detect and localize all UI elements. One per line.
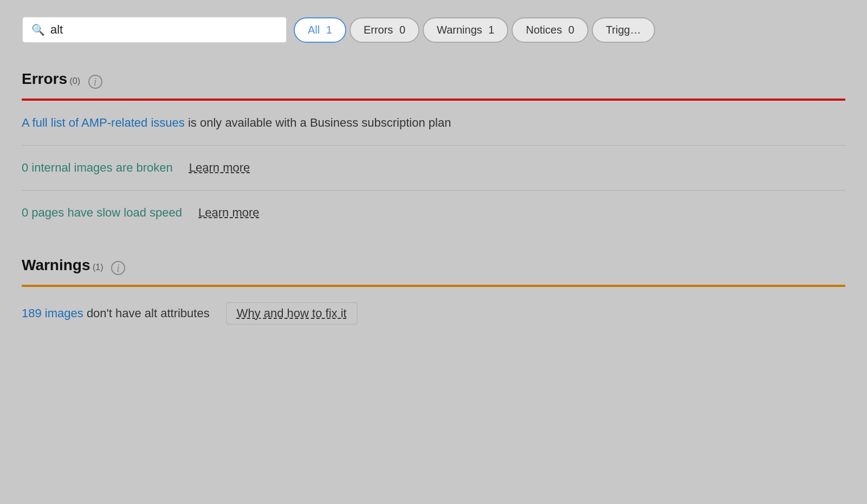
- page-container: 🔍 All 1 Errors 0 Warnings 1 Notices 0 T: [0, 0, 867, 356]
- slow-load-row: 0 pages have slow load speed Learn more: [22, 191, 845, 235]
- search-box: 🔍: [22, 16, 287, 43]
- image-count: 189 images: [22, 306, 83, 320]
- slow-load-text: 0 pages have slow load speed: [22, 206, 182, 220]
- tab-all[interactable]: All 1: [294, 17, 346, 43]
- search-icon: 🔍: [31, 23, 45, 36]
- tab-notices-label: Notices: [526, 24, 562, 36]
- tab-all-count: 1: [326, 24, 332, 36]
- filter-tabs: All 1 Errors 0 Warnings 1 Notices 0 Trig…: [294, 17, 655, 43]
- errors-title: Errors: [22, 70, 67, 87]
- amp-link[interactable]: A full list of AMP-related issues: [22, 116, 185, 129]
- warnings-title: Warnings: [22, 257, 90, 273]
- alt-attributes-row: 189 images don't have alt attributes Why…: [22, 287, 845, 340]
- why-fix-link[interactable]: Why and how to fix it: [226, 302, 358, 325]
- warnings-info-icon[interactable]: i: [111, 261, 125, 275]
- tab-triggers[interactable]: Trigg…: [592, 17, 655, 43]
- amp-row: A full list of AMP-related issues is onl…: [22, 101, 845, 145]
- warnings-section: Warnings (1) i 189 images don't have alt…: [22, 251, 845, 340]
- slow-load-learn-more[interactable]: Learn more: [198, 206, 260, 220]
- internal-images-learn-more[interactable]: Learn more: [189, 161, 250, 175]
- tab-all-label: All: [308, 24, 320, 36]
- warnings-count: (1): [93, 263, 103, 272]
- tab-notices-count: 0: [568, 24, 574, 36]
- tab-triggers-label: Trigg…: [606, 24, 641, 36]
- tab-notices[interactable]: Notices 0: [512, 17, 588, 43]
- tab-errors-count: 0: [399, 24, 405, 36]
- tab-warnings[interactable]: Warnings 1: [423, 17, 508, 43]
- internal-images-text: 0 internal images are broken: [22, 161, 173, 175]
- errors-info-icon[interactable]: i: [88, 75, 102, 89]
- tab-errors-label: Errors: [364, 24, 393, 36]
- tab-warnings-label: Warnings: [437, 24, 482, 36]
- amp-message: A full list of AMP-related issues is onl…: [22, 116, 451, 130]
- alt-text-rest: don't have alt attributes: [87, 306, 210, 320]
- alt-attributes-text: 189 images don't have alt attributes: [22, 306, 210, 320]
- errors-count: (0): [70, 76, 81, 86]
- search-input[interactable]: [50, 23, 272, 37]
- tab-warnings-count: 1: [488, 24, 494, 36]
- warnings-section-header: Warnings (1) i: [22, 251, 845, 280]
- errors-section-header: Errors (0) i: [22, 65, 845, 94]
- filter-bar: 🔍 All 1 Errors 0 Warnings 1 Notices 0 T: [22, 16, 845, 43]
- tab-errors[interactable]: Errors 0: [350, 17, 419, 43]
- internal-images-row: 0 internal images are broken Learn more: [22, 146, 845, 190]
